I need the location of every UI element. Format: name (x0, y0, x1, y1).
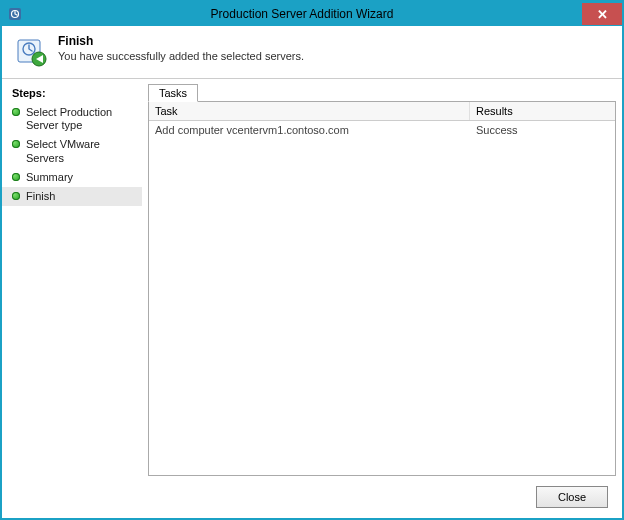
step-summary[interactable]: Summary (2, 168, 142, 187)
app-icon (8, 7, 22, 21)
results-cell: Success (470, 121, 615, 139)
step-label: Select VMware Servers (26, 138, 136, 164)
step-label: Summary (26, 171, 136, 184)
step-label: Finish (26, 190, 136, 203)
tabs: Tasks (148, 83, 616, 101)
step-select-vmware-servers[interactable]: Select VMware Servers (2, 135, 142, 167)
step-complete-icon (12, 108, 20, 116)
tasks-table: Task Results Add computer vcentervm1.con… (148, 101, 616, 476)
step-finish[interactable]: Finish (2, 187, 142, 206)
main-panel: Tasks Task Results Add computer vcenterv… (142, 79, 622, 476)
close-button-footer[interactable]: Close (536, 486, 608, 508)
wizard-window: Production Server Addition Wizard ✕ Fini… (0, 0, 624, 520)
steps-panel: Steps: Select Production Server type Sel… (2, 79, 142, 476)
page-title: Finish (58, 34, 304, 48)
wizard-body: Steps: Select Production Server type Sel… (2, 78, 622, 476)
header-text-block: Finish You have successfully added the s… (58, 34, 304, 62)
step-complete-icon (12, 140, 20, 148)
step-complete-icon (12, 173, 20, 181)
close-icon: ✕ (597, 7, 608, 22)
steps-heading: Steps: (2, 85, 142, 103)
page-subtitle: You have successfully added the selected… (58, 50, 304, 62)
wizard-footer: Close (2, 476, 622, 518)
finish-icon (16, 36, 48, 68)
close-button[interactable]: ✕ (582, 3, 622, 25)
titlebar: Production Server Addition Wizard ✕ (2, 2, 622, 26)
task-cell: Add computer vcentervm1.contoso.com (149, 121, 470, 139)
wizard-header: Finish You have successfully added the s… (2, 26, 622, 78)
step-complete-icon (12, 192, 20, 200)
table-header: Task Results (149, 102, 615, 121)
step-label: Select Production Server type (26, 106, 136, 132)
window-title: Production Server Addition Wizard (22, 7, 582, 21)
step-select-production-server-type[interactable]: Select Production Server type (2, 103, 142, 135)
tab-tasks[interactable]: Tasks (148, 84, 198, 102)
column-header-task[interactable]: Task (149, 102, 470, 120)
table-row: Add computer vcentervm1.contoso.com Succ… (149, 121, 615, 139)
column-header-results[interactable]: Results (470, 102, 615, 120)
